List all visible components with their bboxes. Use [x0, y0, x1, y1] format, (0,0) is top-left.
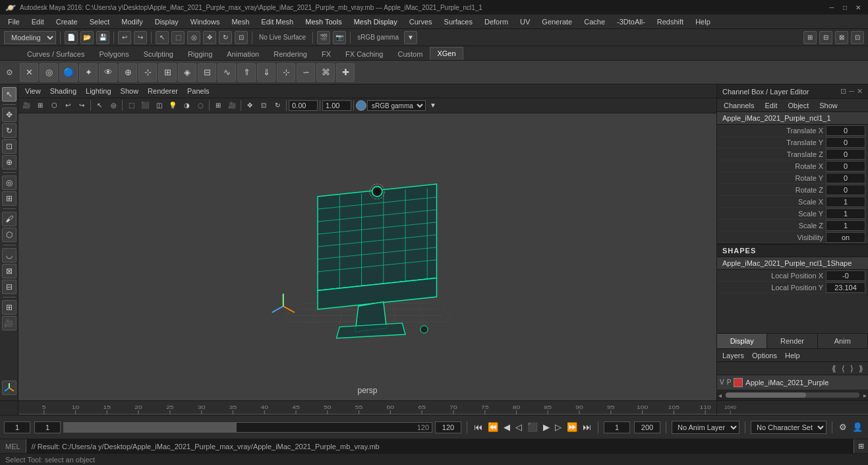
tb-layout-1[interactable]: ⊞: [803, 31, 817, 44]
shelf-cog-icon[interactable]: ⚙: [4, 67, 14, 78]
pb-prev-frame-btn[interactable]: ◀: [502, 421, 511, 433]
vpt-view-btn[interactable]: ⊞: [34, 99, 47, 112]
tb-layout-4[interactable]: ⊡: [851, 31, 864, 44]
shelf-icon-7[interactable]: ⊹: [138, 63, 157, 82]
cb-menu-edit[interactable]: Edit: [761, 100, 781, 111]
dra-tab-anim[interactable]: Anim: [818, 334, 868, 348]
shelf-icon-13[interactable]: ⇓: [257, 63, 275, 82]
pb-current-frame[interactable]: 1: [34, 421, 61, 433]
shelf-tab-rigging[interactable]: Rigging: [181, 47, 219, 60]
menu-curves[interactable]: Curves: [404, 16, 438, 27]
tb-render[interactable]: 🎬: [317, 31, 330, 44]
lt-hide-btn[interactable]: ⊟: [2, 280, 16, 294]
menu-redshift[interactable]: Redshift: [652, 16, 689, 27]
lt-camera-btn[interactable]: 🎥: [2, 316, 16, 330]
scroll-right-icon[interactable]: ▸: [862, 392, 868, 399]
vpt-gamma-select[interactable]: sRGB gamma: [367, 100, 426, 111]
shelf-icon-3[interactable]: 🔵: [59, 63, 78, 82]
vpt-camera-btn[interactable]: 🎥: [20, 99, 33, 112]
lt-sculpt-btn[interactable]: ⊞: [2, 191, 16, 206]
vp-menu-renderer[interactable]: Renderer: [144, 86, 182, 96]
lt-grid-btn[interactable]: ⊞: [2, 300, 16, 315]
lt-rotate-btn[interactable]: ↻: [2, 123, 16, 138]
vpt-xray-btn[interactable]: ◌: [194, 99, 207, 112]
shelf-icon-9[interactable]: ◈: [178, 63, 196, 82]
tb-snapshot[interactable]: 📷: [333, 31, 346, 44]
shelf-icon-15[interactable]: ∽: [297, 63, 315, 82]
menu-edit-mesh[interactable]: Edit Mesh: [256, 16, 299, 27]
tb-redo[interactable]: ↪: [134, 31, 147, 44]
menu-mesh-display[interactable]: Mesh Display: [349, 16, 403, 27]
menu-cache[interactable]: Cache: [579, 16, 610, 27]
vpt-light-btn[interactable]: 💡: [166, 99, 179, 112]
shelf-icon-2[interactable]: ◎: [40, 63, 58, 82]
tb-lasso[interactable]: ⬚: [171, 31, 185, 44]
mode-dropdown[interactable]: Modeling: [4, 31, 56, 44]
tb-open[interactable]: 📂: [80, 31, 94, 44]
menu-display[interactable]: Display: [150, 16, 184, 27]
pb-anim-layer-select[interactable]: No Anim Layer: [672, 421, 739, 434]
vpt-scale2-btn[interactable]: ⊡: [257, 99, 270, 112]
lt-universal-btn[interactable]: ⊕: [2, 155, 16, 170]
vp-menu-shading[interactable]: Shading: [46, 86, 80, 96]
pb-anim-extra-btn[interactable]: 👤: [851, 421, 864, 433]
lt-coord-btn[interactable]: [2, 381, 16, 395]
menu-windows[interactable]: Windows: [185, 16, 225, 27]
pb-anim-start[interactable]: 1: [604, 421, 630, 433]
tb-layout-3[interactable]: ⊠: [835, 31, 848, 44]
pb-start-frame[interactable]: 1: [4, 421, 30, 433]
dra-tab-render[interactable]: Render: [767, 334, 817, 348]
vpt-paint-select-btn[interactable]: ◎: [107, 99, 120, 112]
shelf-tab-polygons[interactable]: Polygons: [92, 47, 136, 60]
tb-gamma-dropdown[interactable]: ▼: [404, 31, 417, 44]
lt-move-btn[interactable]: ✥: [2, 108, 16, 122]
close-button[interactable]: ✕: [854, 3, 863, 12]
shelf-tab-custom[interactable]: Custom: [391, 47, 430, 60]
menu-modify[interactable]: Modify: [116, 16, 148, 27]
shelf-tab-rendering[interactable]: Rendering: [266, 47, 314, 60]
menu-file[interactable]: File: [3, 16, 25, 27]
cb-minimize-btn[interactable]: ─: [849, 87, 854, 96]
vpt-grid-btn[interactable]: ⊞: [212, 99, 225, 112]
pb-anim-settings-btn[interactable]: ⚙: [838, 421, 848, 433]
timeline-ruler[interactable]: 5 10 15 20 25 30 35 40 45 50 55 60 65 70…: [18, 401, 716, 415]
shelf-icon-16[interactable]: ⌘: [316, 63, 335, 82]
vpt-redo-btn[interactable]: ↪: [75, 99, 88, 112]
cb-menu-channels[interactable]: Channels: [720, 100, 758, 111]
tb-select[interactable]: ↖: [156, 31, 169, 44]
pb-char-set-select[interactable]: No Character Set: [751, 421, 826, 434]
shelf-tab-curves[interactable]: Curves / Surfaces: [20, 47, 92, 60]
cb-menu-object[interactable]: Object: [784, 100, 813, 111]
shelf-icon-8[interactable]: ⊞: [158, 63, 177, 82]
pb-prev-key-btn[interactable]: ⏪: [486, 421, 500, 433]
vp-menu-panels[interactable]: Panels: [183, 86, 214, 96]
dra-tab-display[interactable]: Display: [717, 334, 767, 348]
tb-scale[interactable]: ⊡: [235, 31, 248, 44]
vpt-select-btn[interactable]: ↖: [93, 99, 106, 112]
cb-menu-show[interactable]: Show: [815, 100, 842, 111]
layer-ctrl-next[interactable]: ⟩: [848, 363, 855, 374]
lt-paint-btn[interactable]: 🖌: [2, 212, 16, 226]
layers-menu-options[interactable]: Options: [749, 350, 780, 361]
cmd-icon[interactable]: ⊞: [854, 439, 868, 453]
shelf-icon-1[interactable]: ✕: [20, 63, 38, 82]
vpt-solid-btn[interactable]: ⬛: [138, 99, 152, 112]
shelf-icon-12[interactable]: ⇑: [237, 63, 256, 82]
menu-surfaces[interactable]: Surfaces: [439, 16, 478, 27]
menu-help[interactable]: Help: [690, 16, 716, 27]
lt-show-btn[interactable]: ⊠: [2, 264, 16, 278]
menu-uv[interactable]: UV: [515, 16, 535, 27]
tb-rotate[interactable]: ↻: [219, 31, 232, 44]
layers-menu-layers[interactable]: Layers: [720, 350, 747, 361]
layer-ctrl-prev[interactable]: ⟨: [840, 363, 847, 374]
layers-menu-help[interactable]: Help: [782, 350, 803, 361]
cb-float-btn[interactable]: ⊡: [840, 87, 846, 96]
pb-frame-bar[interactable]: 120: [63, 422, 432, 433]
shelf-tab-xgen[interactable]: XGen: [430, 47, 463, 60]
tb-move[interactable]: ✥: [203, 31, 216, 44]
pb-next-key-btn[interactable]: ⏩: [565, 421, 579, 433]
vp-menu-show[interactable]: Show: [117, 86, 143, 96]
menu-mesh[interactable]: Mesh: [226, 16, 254, 27]
shelf-tab-animation[interactable]: Animation: [219, 47, 266, 60]
tb-layout-2[interactable]: ⊟: [819, 31, 832, 44]
